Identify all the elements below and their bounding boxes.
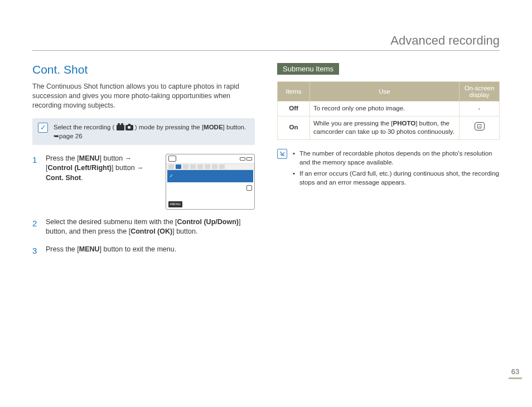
menu-button-label: MENU bbox=[79, 245, 100, 253]
lcd-selected-row bbox=[167, 170, 253, 182]
step-3-text: Press the [MENU] button to exit the menu… bbox=[46, 245, 255, 256]
lcd-preview: MENU bbox=[166, 154, 255, 210]
t: Press the [ bbox=[46, 154, 79, 162]
t: ] button. bbox=[172, 227, 197, 235]
note-item: The number of recordable photos depends … bbox=[293, 149, 500, 167]
check-icon: ✓ bbox=[38, 123, 48, 133]
callout-text-post: ) mode by pressing the [ bbox=[135, 124, 204, 130]
section-intro: The Continuous Shot function allows you … bbox=[32, 82, 255, 110]
cell-item-off: Off bbox=[278, 101, 310, 117]
camcorder-icon bbox=[117, 125, 124, 130]
cell-use-on: While you are pressing the [PHOTO] butto… bbox=[310, 116, 460, 139]
cell-item-on: On bbox=[278, 116, 310, 139]
t: Select the desired submenu item with the… bbox=[46, 218, 177, 226]
mode-button-label: MODE bbox=[204, 124, 223, 130]
control-lr-label: Control (Left/Right) bbox=[47, 164, 112, 172]
cell-use-off: To record only one photo image. bbox=[310, 101, 460, 117]
record-mode-icons bbox=[117, 125, 133, 130]
section-title: Cont. Shot bbox=[32, 63, 255, 76]
th-osd: On-screen display bbox=[460, 82, 500, 101]
table-row: On While you are pressing the [PHOTO] bu… bbox=[278, 116, 500, 139]
mode-indicator-icon bbox=[240, 157, 245, 161]
t: ] button to exit the menu. bbox=[100, 245, 177, 253]
control-ud-label: Control (Up/Down) bbox=[177, 218, 239, 226]
t: ] button → bbox=[100, 154, 132, 162]
t: While you are pressing the [ bbox=[313, 120, 393, 127]
t: ] button → bbox=[112, 164, 144, 172]
lcd-menu-tag: MENU bbox=[168, 201, 182, 207]
sd-card-icon bbox=[168, 156, 176, 162]
cell-osd-on bbox=[460, 116, 500, 139]
page-header-title: Advanced recording bbox=[32, 33, 500, 51]
steps-list: Press the [MENU] button → [Control (Left… bbox=[32, 154, 255, 256]
cont-shot-label: Cont. Shot bbox=[46, 174, 81, 182]
callout-tail: ] button. bbox=[223, 124, 246, 130]
mode-select-callout: ✓ Select the recording ( ) mode by press… bbox=[32, 118, 255, 145]
note-icon bbox=[277, 149, 287, 159]
submenu-table: Items Use On-screen display Off To recor… bbox=[277, 81, 500, 140]
menu-button-label: MENU bbox=[79, 154, 100, 162]
control-ok-label: Control (OK) bbox=[130, 227, 172, 235]
lcd-side-icon bbox=[246, 185, 252, 191]
callout-text-pre: Select the recording ( bbox=[54, 124, 114, 130]
lcd-tab-row bbox=[166, 163, 254, 170]
th-items: Items bbox=[278, 82, 310, 101]
cell-osd-off: - bbox=[460, 101, 500, 117]
right-column: Submenu Items Items Use On-screen displa… bbox=[277, 63, 500, 264]
left-column: Cont. Shot The Continuous Shot function … bbox=[32, 63, 255, 264]
step-1-text: Press the [MENU] button → [Control (Left… bbox=[46, 154, 160, 183]
page-ref: ➥page 26 bbox=[54, 133, 83, 139]
note-item: If an error occurs (Card full, etc.) dur… bbox=[293, 169, 500, 187]
table-row: Off To record only one photo image. - bbox=[278, 101, 500, 117]
notes-callout: The number of recordable photos depends … bbox=[277, 149, 500, 189]
th-use: Use bbox=[310, 82, 460, 101]
page-number: 63 bbox=[509, 367, 522, 379]
step-2-text: Select the desired submenu item with the… bbox=[46, 217, 255, 237]
camera-icon bbox=[125, 125, 133, 130]
photo-button-label: PHOTO bbox=[393, 120, 416, 127]
submenu-heading: Submenu Items bbox=[277, 63, 339, 75]
continuous-shot-icon bbox=[475, 122, 485, 130]
t: Press the [ bbox=[46, 245, 79, 253]
t: . bbox=[81, 174, 83, 182]
battery-icon bbox=[246, 157, 252, 161]
